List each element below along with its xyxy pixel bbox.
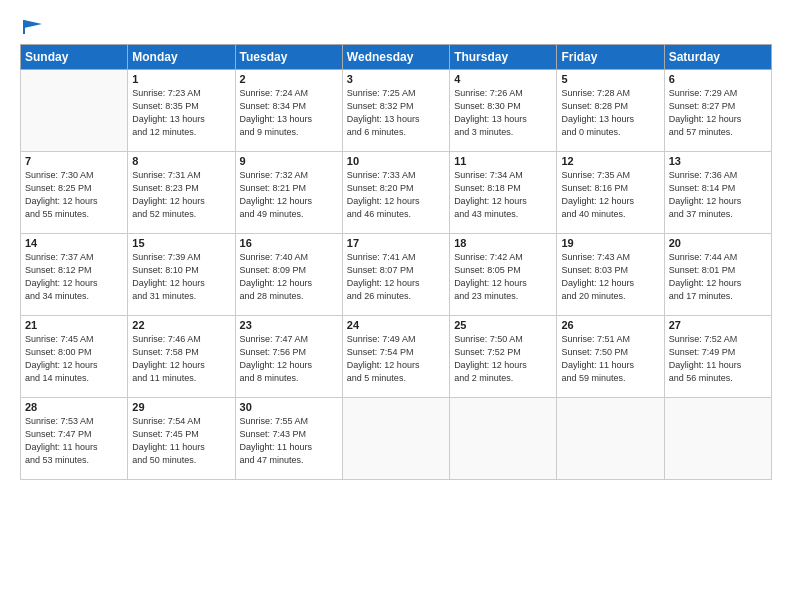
calendar-week-row: 1Sunrise: 7:23 AM Sunset: 8:35 PM Daylig… (21, 70, 772, 152)
calendar-day-cell: 30Sunrise: 7:55 AM Sunset: 7:43 PM Dayli… (235, 398, 342, 480)
day-info: Sunrise: 7:30 AM Sunset: 8:25 PM Dayligh… (25, 169, 123, 221)
day-info: Sunrise: 7:23 AM Sunset: 8:35 PM Dayligh… (132, 87, 230, 139)
calendar-day-cell: 7Sunrise: 7:30 AM Sunset: 8:25 PM Daylig… (21, 152, 128, 234)
calendar-header-row: SundayMondayTuesdayWednesdayThursdayFrid… (21, 45, 772, 70)
calendar-header-thursday: Thursday (450, 45, 557, 70)
calendar-week-row: 21Sunrise: 7:45 AM Sunset: 8:00 PM Dayli… (21, 316, 772, 398)
day-info: Sunrise: 7:26 AM Sunset: 8:30 PM Dayligh… (454, 87, 552, 139)
calendar-header-wednesday: Wednesday (342, 45, 449, 70)
day-number: 9 (240, 155, 338, 167)
day-number: 23 (240, 319, 338, 331)
day-number: 25 (454, 319, 552, 331)
day-info: Sunrise: 7:55 AM Sunset: 7:43 PM Dayligh… (240, 415, 338, 467)
day-number: 19 (561, 237, 659, 249)
day-info: Sunrise: 7:41 AM Sunset: 8:07 PM Dayligh… (347, 251, 445, 303)
svg-marker-0 (24, 20, 42, 28)
day-number: 5 (561, 73, 659, 85)
calendar-day-cell: 14Sunrise: 7:37 AM Sunset: 8:12 PM Dayli… (21, 234, 128, 316)
day-info: Sunrise: 7:40 AM Sunset: 8:09 PM Dayligh… (240, 251, 338, 303)
day-info: Sunrise: 7:36 AM Sunset: 8:14 PM Dayligh… (669, 169, 767, 221)
day-number: 24 (347, 319, 445, 331)
calendar-day-cell: 19Sunrise: 7:43 AM Sunset: 8:03 PM Dayli… (557, 234, 664, 316)
day-info: Sunrise: 7:45 AM Sunset: 8:00 PM Dayligh… (25, 333, 123, 385)
day-number: 11 (454, 155, 552, 167)
day-number: 4 (454, 73, 552, 85)
day-info: Sunrise: 7:54 AM Sunset: 7:45 PM Dayligh… (132, 415, 230, 467)
calendar-day-cell: 26Sunrise: 7:51 AM Sunset: 7:50 PM Dayli… (557, 316, 664, 398)
calendar-day-cell: 21Sunrise: 7:45 AM Sunset: 8:00 PM Dayli… (21, 316, 128, 398)
day-info: Sunrise: 7:49 AM Sunset: 7:54 PM Dayligh… (347, 333, 445, 385)
day-number: 2 (240, 73, 338, 85)
calendar-day-cell: 22Sunrise: 7:46 AM Sunset: 7:58 PM Dayli… (128, 316, 235, 398)
calendar-day-cell: 24Sunrise: 7:49 AM Sunset: 7:54 PM Dayli… (342, 316, 449, 398)
day-info: Sunrise: 7:35 AM Sunset: 8:16 PM Dayligh… (561, 169, 659, 221)
day-info: Sunrise: 7:53 AM Sunset: 7:47 PM Dayligh… (25, 415, 123, 467)
day-info: Sunrise: 7:31 AM Sunset: 8:23 PM Dayligh… (132, 169, 230, 221)
calendar-day-cell: 5Sunrise: 7:28 AM Sunset: 8:28 PM Daylig… (557, 70, 664, 152)
calendar-day-cell: 2Sunrise: 7:24 AM Sunset: 8:34 PM Daylig… (235, 70, 342, 152)
calendar-day-cell: 29Sunrise: 7:54 AM Sunset: 7:45 PM Dayli… (128, 398, 235, 480)
calendar-day-cell: 6Sunrise: 7:29 AM Sunset: 8:27 PM Daylig… (664, 70, 771, 152)
calendar-day-cell: 9Sunrise: 7:32 AM Sunset: 8:21 PM Daylig… (235, 152, 342, 234)
calendar-day-cell: 8Sunrise: 7:31 AM Sunset: 8:23 PM Daylig… (128, 152, 235, 234)
calendar-day-cell: 25Sunrise: 7:50 AM Sunset: 7:52 PM Dayli… (450, 316, 557, 398)
day-info: Sunrise: 7:51 AM Sunset: 7:50 PM Dayligh… (561, 333, 659, 385)
calendar-day-cell (557, 398, 664, 480)
day-number: 13 (669, 155, 767, 167)
calendar-day-cell: 27Sunrise: 7:52 AM Sunset: 7:49 PM Dayli… (664, 316, 771, 398)
day-number: 15 (132, 237, 230, 249)
day-number: 16 (240, 237, 338, 249)
day-info: Sunrise: 7:50 AM Sunset: 7:52 PM Dayligh… (454, 333, 552, 385)
calendar-day-cell: 15Sunrise: 7:39 AM Sunset: 8:10 PM Dayli… (128, 234, 235, 316)
calendar-day-cell (450, 398, 557, 480)
calendar-week-row: 28Sunrise: 7:53 AM Sunset: 7:47 PM Dayli… (21, 398, 772, 480)
day-info: Sunrise: 7:44 AM Sunset: 8:01 PM Dayligh… (669, 251, 767, 303)
day-info: Sunrise: 7:47 AM Sunset: 7:56 PM Dayligh… (240, 333, 338, 385)
day-number: 3 (347, 73, 445, 85)
calendar-day-cell: 13Sunrise: 7:36 AM Sunset: 8:14 PM Dayli… (664, 152, 771, 234)
svg-rect-1 (23, 20, 25, 34)
day-number: 6 (669, 73, 767, 85)
day-number: 21 (25, 319, 123, 331)
calendar-day-cell: 11Sunrise: 7:34 AM Sunset: 8:18 PM Dayli… (450, 152, 557, 234)
calendar-week-row: 7Sunrise: 7:30 AM Sunset: 8:25 PM Daylig… (21, 152, 772, 234)
calendar-day-cell: 20Sunrise: 7:44 AM Sunset: 8:01 PM Dayli… (664, 234, 771, 316)
calendar-day-cell: 23Sunrise: 7:47 AM Sunset: 7:56 PM Dayli… (235, 316, 342, 398)
day-info: Sunrise: 7:24 AM Sunset: 8:34 PM Dayligh… (240, 87, 338, 139)
header (20, 18, 772, 36)
calendar-header-friday: Friday (557, 45, 664, 70)
calendar-day-cell (21, 70, 128, 152)
calendar-day-cell (664, 398, 771, 480)
day-number: 12 (561, 155, 659, 167)
day-info: Sunrise: 7:25 AM Sunset: 8:32 PM Dayligh… (347, 87, 445, 139)
day-info: Sunrise: 7:34 AM Sunset: 8:18 PM Dayligh… (454, 169, 552, 221)
day-number: 27 (669, 319, 767, 331)
day-info: Sunrise: 7:42 AM Sunset: 8:05 PM Dayligh… (454, 251, 552, 303)
day-info: Sunrise: 7:37 AM Sunset: 8:12 PM Dayligh… (25, 251, 123, 303)
day-number: 26 (561, 319, 659, 331)
day-number: 30 (240, 401, 338, 413)
calendar-header-tuesday: Tuesday (235, 45, 342, 70)
day-info: Sunrise: 7:46 AM Sunset: 7:58 PM Dayligh… (132, 333, 230, 385)
day-number: 17 (347, 237, 445, 249)
calendar-day-cell: 4Sunrise: 7:26 AM Sunset: 8:30 PM Daylig… (450, 70, 557, 152)
day-number: 20 (669, 237, 767, 249)
calendar-table: SundayMondayTuesdayWednesdayThursdayFrid… (20, 44, 772, 480)
day-number: 7 (25, 155, 123, 167)
calendar-header-monday: Monday (128, 45, 235, 70)
day-info: Sunrise: 7:32 AM Sunset: 8:21 PM Dayligh… (240, 169, 338, 221)
day-info: Sunrise: 7:33 AM Sunset: 8:20 PM Dayligh… (347, 169, 445, 221)
calendar-day-cell: 18Sunrise: 7:42 AM Sunset: 8:05 PM Dayli… (450, 234, 557, 316)
day-number: 18 (454, 237, 552, 249)
calendar-week-row: 14Sunrise: 7:37 AM Sunset: 8:12 PM Dayli… (21, 234, 772, 316)
logo (20, 18, 44, 36)
day-info: Sunrise: 7:29 AM Sunset: 8:27 PM Dayligh… (669, 87, 767, 139)
day-number: 1 (132, 73, 230, 85)
page: SundayMondayTuesdayWednesdayThursdayFrid… (0, 0, 792, 612)
day-number: 28 (25, 401, 123, 413)
calendar-day-cell: 10Sunrise: 7:33 AM Sunset: 8:20 PM Dayli… (342, 152, 449, 234)
day-info: Sunrise: 7:28 AM Sunset: 8:28 PM Dayligh… (561, 87, 659, 139)
calendar-day-cell: 1Sunrise: 7:23 AM Sunset: 8:35 PM Daylig… (128, 70, 235, 152)
calendar-header-sunday: Sunday (21, 45, 128, 70)
day-number: 8 (132, 155, 230, 167)
